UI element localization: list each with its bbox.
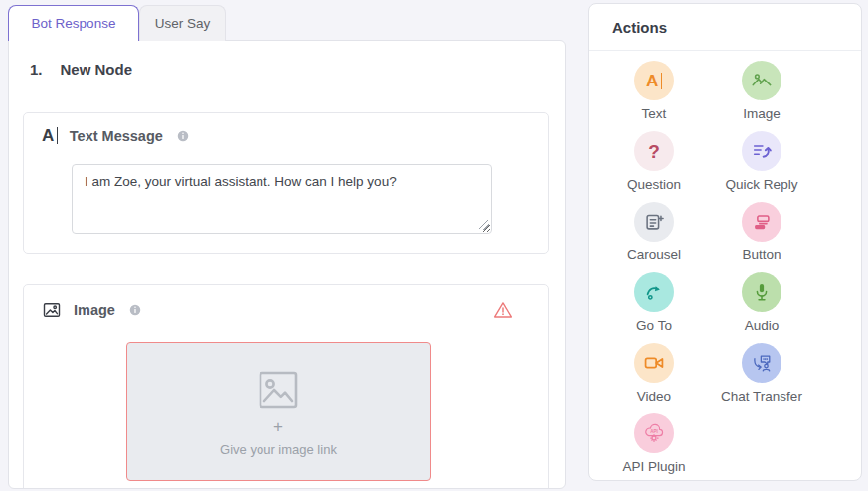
image-icon: [742, 61, 781, 100]
api-plugin-icon: API: [634, 413, 674, 453]
tab-bot-response[interactable]: Bot Response: [8, 5, 139, 41]
plus-icon: +: [273, 418, 283, 435]
text-message-card-title: Text Message: [70, 128, 163, 144]
image-frame-icon: [42, 300, 62, 320]
image-dropzone-label: Give your image link: [220, 442, 337, 457]
image-card: Image + Give your image link: [23, 284, 549, 489]
image-card-header: Image: [42, 299, 530, 321]
action-item-label: Question: [627, 177, 681, 192]
actions-panel-title: Actions: [612, 19, 667, 36]
action-item-label: Button: [742, 247, 781, 262]
image-link-dropzone[interactable]: + Give your image link: [126, 342, 431, 481]
tab-user-say-label: User Say: [155, 16, 211, 31]
svg-text:API: API: [650, 429, 658, 434]
image-placeholder-icon: [251, 366, 306, 413]
audio-icon: [742, 272, 781, 312]
action-item-label: Audio: [745, 318, 780, 333]
action-item-label: Text: [642, 106, 667, 121]
action-item-label: Carousel: [627, 247, 681, 262]
action-item-label: Chat Transfer: [721, 389, 802, 404]
action-item-text[interactable]: AText: [601, 59, 708, 129]
action-item-quick-reply[interactable]: Quick Reply: [708, 129, 815, 200]
text-message-input-wrap: I am Zoe, your virtual assistant. How ca…: [72, 164, 492, 234]
actions-panel: Actions ATextImage?QuestionQuick ReplyCa…: [588, 3, 862, 481]
action-item-video[interactable]: Video: [601, 341, 708, 411]
text-message-card: A Text Message I am Zoe, your virtual as…: [23, 112, 549, 254]
node-number: 1.: [30, 61, 43, 78]
info-icon[interactable]: [176, 129, 190, 143]
action-item-go-to[interactable]: Go To: [601, 270, 708, 341]
carousel-icon: [634, 202, 674, 242]
text-cursor-icon: A: [42, 127, 58, 144]
action-item-chat-transfer[interactable]: Chat Transfer: [708, 341, 815, 411]
action-item-label: Go To: [636, 318, 672, 333]
image-card-title: Image: [74, 302, 115, 318]
action-item-label: API Plugin: [622, 459, 685, 474]
bot-response-editor: Bot Response User Say 1. New Node A Text…: [8, 5, 566, 489]
actions-panel-header: Actions: [589, 4, 861, 51]
action-item-button[interactable]: Button: [708, 200, 815, 270]
action-item-api-plugin[interactable]: APIAPI Plugin: [601, 411, 708, 481]
tab-bar: Bot Response User Say: [8, 5, 566, 41]
node-heading: 1. New Node: [30, 61, 549, 78]
quick-reply-icon: [742, 131, 781, 171]
text-icon: A: [634, 61, 674, 100]
action-item-audio[interactable]: Audio: [708, 270, 815, 341]
question-icon: ?: [634, 131, 674, 171]
action-item-label: Video: [637, 389, 671, 404]
button-icon: [742, 202, 781, 242]
action-item-label: Quick Reply: [726, 177, 798, 192]
actions-grid: ATextImage?QuestionQuick ReplyCarouselBu…: [589, 51, 861, 481]
action-item-question[interactable]: ?Question: [601, 129, 708, 200]
goto-icon: [634, 272, 674, 312]
chat-transfer-icon: [742, 343, 781, 383]
tab-user-say[interactable]: User Say: [139, 5, 226, 41]
text-message-input[interactable]: I am Zoe, your virtual assistant. How ca…: [72, 164, 492, 234]
action-item-image[interactable]: Image: [708, 59, 815, 129]
tab-bot-response-label: Bot Response: [32, 16, 116, 31]
warning-triangle-icon: [492, 299, 514, 321]
node-title: New Node: [61, 61, 133, 78]
action-item-label: Image: [743, 106, 781, 121]
video-icon: [634, 343, 674, 383]
node-panel: 1. New Node A Text Message I am Zoe, you…: [8, 40, 566, 489]
info-icon[interactable]: [128, 303, 142, 317]
text-message-card-header: A Text Message: [42, 127, 530, 144]
action-item-carousel[interactable]: Carousel: [601, 200, 708, 270]
